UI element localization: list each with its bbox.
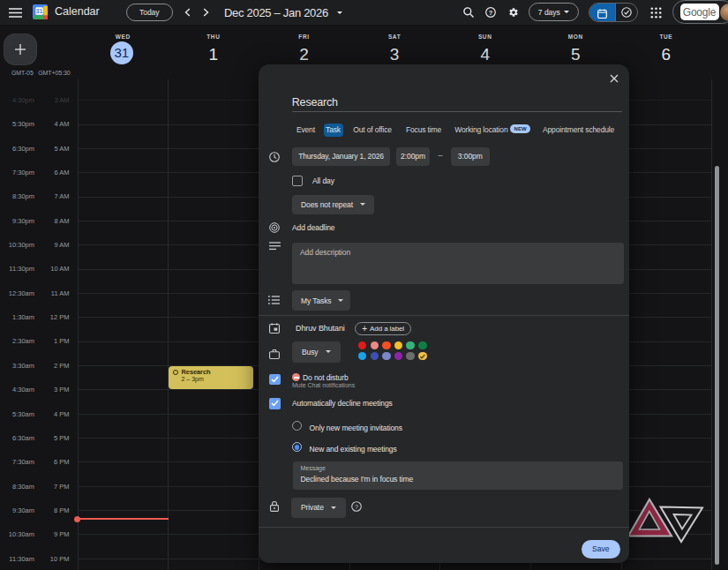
svg-text:31: 31	[36, 8, 43, 15]
svg-text:?: ?	[355, 504, 358, 510]
svg-text:?: ?	[488, 9, 492, 17]
